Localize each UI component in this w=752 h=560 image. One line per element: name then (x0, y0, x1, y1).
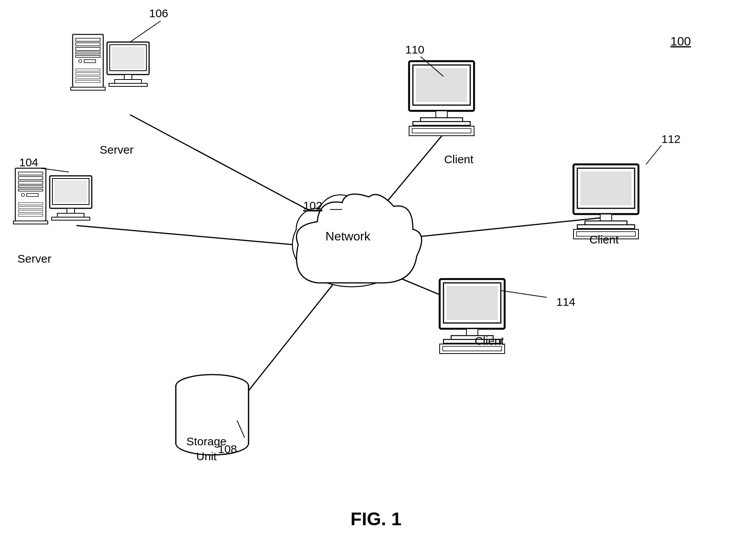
ref-104: 104 (19, 156, 38, 169)
ref-114: 114 (556, 295, 575, 308)
server-top (71, 34, 149, 90)
diagram-svg: 106 104 102 108 110 112 114 (0, 0, 752, 560)
svg-rect-34 (115, 80, 141, 83)
ref-106: 106 (149, 7, 168, 19)
svg-line-90 (501, 291, 547, 297)
client-top-label: Client (432, 153, 486, 166)
storage-label: StorageUnit (164, 434, 249, 464)
client-top (409, 61, 474, 136)
ref-110: 110 (405, 43, 424, 56)
ref-100-label: 100 (671, 34, 691, 49)
svg-rect-35 (109, 83, 147, 86)
server-left (13, 168, 92, 224)
svg-rect-79 (447, 286, 498, 320)
figure-caption: FIG. 1 (351, 508, 401, 529)
network-label: Network (310, 229, 386, 243)
svg-rect-48 (13, 221, 48, 224)
ref-112: 112 (661, 133, 681, 145)
svg-rect-66 (413, 122, 470, 125)
svg-rect-67 (409, 126, 474, 136)
server-top-label: Server (82, 143, 151, 156)
client-bot-label: Client (463, 334, 516, 347)
svg-rect-63 (416, 68, 467, 102)
svg-rect-74 (577, 225, 635, 229)
svg-rect-17 (73, 34, 103, 88)
svg-rect-54 (52, 217, 90, 220)
diagram-container: 106 104 102 108 110 112 114 Server Serve… (0, 0, 752, 560)
client-mid (573, 164, 638, 239)
svg-rect-51 (54, 180, 87, 203)
svg-rect-71 (580, 171, 632, 205)
svg-line-85 (130, 21, 161, 42)
svg-rect-36 (15, 168, 46, 222)
client-mid-label: Client (577, 233, 631, 246)
svg-line-2 (237, 275, 340, 405)
svg-line-89 (646, 145, 661, 164)
server-left-label: Server (0, 252, 69, 265)
svg-rect-29 (71, 87, 105, 90)
svg-rect-32 (112, 47, 145, 69)
svg-rect-53 (57, 213, 84, 217)
